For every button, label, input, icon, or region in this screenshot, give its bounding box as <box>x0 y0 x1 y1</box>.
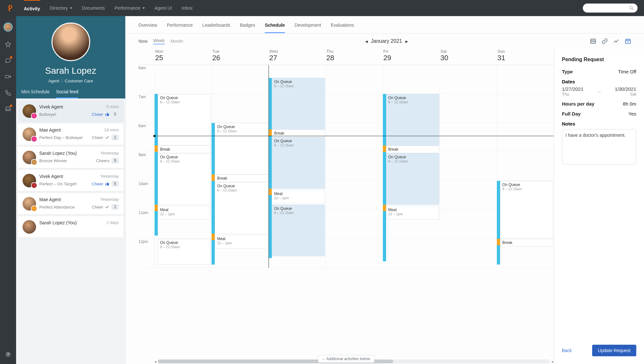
prev-month-icon[interactable]: ◂ <box>365 38 368 44</box>
nav-directory[interactable]: Directory <box>50 5 72 11</box>
tab-evaluations[interactable]: Evaluations <box>331 23 354 33</box>
search-input[interactable] <box>583 4 638 13</box>
app-logo[interactable] <box>6 4 14 12</box>
additional-activities[interactable]: ↓Additional activities below <box>318 355 374 363</box>
update-request-button[interactable]: Update Request <box>592 345 636 356</box>
nav-documents[interactable]: Documents <box>82 5 105 11</box>
nav-inbox[interactable]: Inbox <box>182 5 193 11</box>
feed-message: Perfect Attendance <box>39 205 75 210</box>
feed-item[interactable]: Mae AgentYesterday Perfect Attendance Ch… <box>18 193 123 214</box>
feed-avatar <box>23 151 36 164</box>
main-content: OverviewPerformanceLeaderboardsBadgesSch… <box>126 16 644 364</box>
view-month[interactable]: Month <box>171 39 183 44</box>
tab-leaderboards[interactable]: Leaderboards <box>203 23 230 33</box>
event-break[interactable]: Break <box>500 239 553 247</box>
event-on-queue[interactable]: On Queue9 – 11:15am <box>158 153 211 205</box>
notes-textarea[interactable] <box>562 129 636 164</box>
hour-label: 8am <box>138 123 155 152</box>
achievement-badge <box>31 182 37 189</box>
view-week[interactable]: Week <box>153 38 165 44</box>
rail-avatar[interactable] <box>4 23 13 32</box>
event-on-queue[interactable]: On Queue9 – 11:15am <box>215 182 268 234</box>
profile-avatar <box>52 23 90 61</box>
nav-activity[interactable]: Activity <box>24 0 40 16</box>
inbox-icon[interactable] <box>5 106 11 112</box>
back-button[interactable]: Back <box>562 348 572 353</box>
hour-label: 9am <box>138 152 155 181</box>
event-on-queue[interactable]: On Queue9 – 11:15am <box>500 181 553 239</box>
day-header: Sat30 <box>440 49 497 62</box>
tab-overview[interactable]: Overview <box>138 23 157 33</box>
nav-performance[interactable]: Performance <box>114 5 145 11</box>
social-feed[interactable]: Vivek Agent5 mins Bullseye! Cheer5 Mae A… <box>16 98 125 364</box>
now-button[interactable]: Now <box>138 39 147 44</box>
profile-name: Sarah Lopez <box>16 66 125 76</box>
day-header: Tue26 <box>212 49 269 62</box>
event-meal[interactable]: Meal12 – 1pm <box>158 206 211 219</box>
feed-item[interactable]: Mae Agent24 mins Perfect Day – Bullseye!… <box>18 124 123 145</box>
next-month-icon[interactable]: ▸ <box>405 38 408 44</box>
chat-icon[interactable] <box>5 57 11 64</box>
help-icon[interactable]: ? <box>5 351 11 358</box>
request-panel: Pending Request TypeTime Off Dates 1/27/… <box>554 49 644 364</box>
panel-title: Pending Request <box>562 57 636 62</box>
achievement-badge <box>31 205 37 212</box>
event-meal[interactable]: Meal12 – 1pm <box>272 190 325 203</box>
feed-name: Sarah Lopez (You) <box>39 220 77 225</box>
hour-label: 12pm <box>138 239 155 267</box>
video-icon[interactable] <box>5 73 11 80</box>
event-marker <box>212 234 215 240</box>
event-meal[interactable]: Meal12 – 1pm <box>215 235 268 248</box>
event-marker <box>212 174 215 181</box>
cheer-button[interactable]: Cheer <box>92 112 103 117</box>
day-header: Fri29 <box>383 49 440 62</box>
event-on-queue[interactable]: On Queue9 – 11:15am <box>158 239 211 265</box>
event-on-queue[interactable]: On Queue9 – 11:15am <box>158 94 211 145</box>
trend-icon[interactable] <box>613 38 620 44</box>
event-on-queue[interactable]: On Queue9 – 11:15am <box>386 94 439 145</box>
event-meal[interactable]: Meal12 – 1pm <box>386 206 439 219</box>
event-break[interactable]: Break <box>158 145 211 153</box>
date-from: 1/27/2021Thu <box>562 86 583 97</box>
cheer-button[interactable]: Cheer <box>92 182 103 186</box>
feed-avatar <box>23 104 36 118</box>
event-stripe <box>383 94 386 261</box>
nav-agent-ui[interactable]: Agent UI <box>155 5 172 11</box>
feed-name: Vivek Agent <box>39 174 63 179</box>
cheer-count: 5 <box>111 111 119 117</box>
event-on-queue[interactable]: On Queue9 – 11:15am <box>272 205 325 256</box>
phone-icon[interactable] <box>5 89 11 96</box>
subtab-social-feed[interactable]: Social feed <box>56 89 78 98</box>
event-break[interactable]: Break <box>215 174 268 182</box>
tab-badges[interactable]: Badges <box>240 23 255 33</box>
calendar-add-icon[interactable] <box>625 38 631 44</box>
feed-time: 24 mins <box>104 127 119 133</box>
day-header: Thu28 <box>326 49 383 62</box>
event-on-queue[interactable]: On Queue9 – 11:15am <box>215 123 268 174</box>
list-view-icon[interactable] <box>590 38 596 44</box>
star-icon[interactable] <box>5 41 11 48</box>
event-stripe <box>497 181 500 265</box>
tab-performance[interactable]: Performance <box>167 23 193 33</box>
feed-item[interactable]: Sarah Lopez (You)Yesterday Bronze Winner… <box>18 147 123 168</box>
subtab-mini-schedule[interactable]: Mini Schedule <box>21 89 50 98</box>
feed-item[interactable]: Sarah Lopez (You)2 days <box>18 216 123 238</box>
day-header: Wed27 <box>269 49 326 62</box>
feed-item[interactable]: Vivek AgentYesterday Perfect – On Target… <box>18 170 123 191</box>
feed-item[interactable]: Vivek Agent5 mins Bullseye! Cheer5 <box>18 100 123 122</box>
cheer-button[interactable]: Cheer <box>92 205 103 210</box>
calendar-scroll[interactable]: 6am7am8am9am10am11am12pm On Queue9 – 11:… <box>138 65 554 364</box>
event-on-queue[interactable]: On Queue9 – 11:15am <box>272 78 325 129</box>
event-marker <box>155 205 158 211</box>
link-icon[interactable] <box>601 38 608 44</box>
cheer-button[interactable]: Cheers <box>96 158 109 163</box>
tab-schedule[interactable]: Schedule <box>265 23 285 33</box>
feed-name: Mae Agent <box>39 197 61 202</box>
event-on-queue[interactable]: On Queue9 – 11:15am <box>272 137 325 189</box>
cheer-count: 2 <box>111 204 119 210</box>
cheer-button[interactable]: Cheer <box>92 135 103 140</box>
tab-development[interactable]: Development <box>295 23 321 33</box>
event-stripe <box>269 78 272 258</box>
event-on-queue[interactable]: On Queue9 – 11:15am <box>386 153 439 205</box>
event-break[interactable]: Break <box>386 145 439 153</box>
